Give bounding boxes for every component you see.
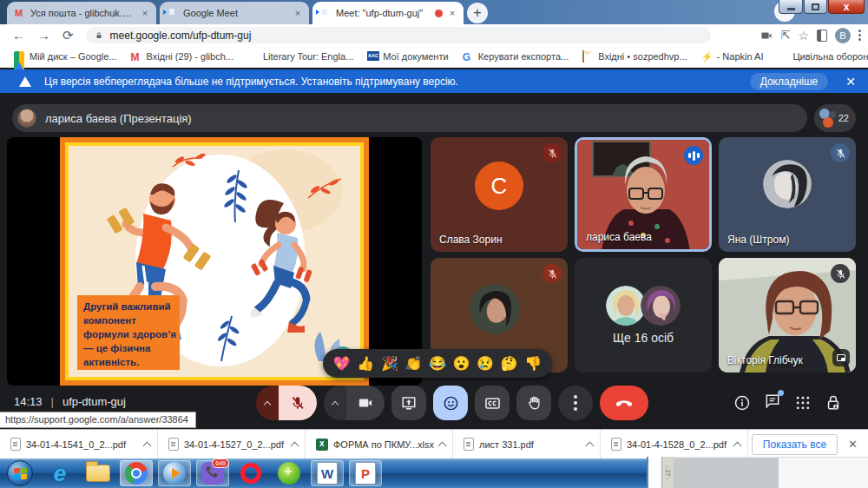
camera-toggle-button[interactable] [346, 386, 385, 420]
present-button[interactable] [391, 386, 426, 420]
people-icon [819, 109, 838, 128]
downloads-close-icon[interactable] [848, 438, 858, 451]
participant-name: Слава Зорин [439, 234, 503, 246]
meet-main: лариса баева (Презентація) 22 [0, 93, 868, 429]
taskbar-powerpoint[interactable] [349, 460, 382, 486]
bookmark-item[interactable]: - Napkin AI [701, 51, 764, 63]
tab-gmail[interactable]: M Уся пошта - glibchuk.viktoria@g [7, 2, 156, 24]
show-all-downloads-button[interactable]: Показать все [752, 434, 838, 455]
info-icon[interactable] [733, 394, 751, 412]
close-window-button[interactable] [828, 0, 865, 14]
mic-options-chevron[interactable] [256, 386, 279, 420]
gear-icon [247, 51, 259, 63]
download-item[interactable]: 34-01-4-1528_0_2...pdf [601, 430, 748, 459]
reaction-party[interactable]: 🎉 [381, 357, 398, 371]
tab-close-icon[interactable] [446, 7, 458, 19]
taskbar-opera[interactable] [234, 460, 267, 486]
taskbar-word[interactable] [311, 460, 344, 486]
reaction-surprised[interactable]: 😮 [453, 357, 470, 371]
new-tab-button[interactable] [467, 3, 488, 23]
bookmark-item[interactable]: КАСМої документи [367, 51, 448, 63]
url-input[interactable]: meet.google.com/ufp-dtum-guj [86, 27, 711, 43]
host-controls-icon[interactable] [825, 394, 842, 412]
bookmark-item[interactable]: Вхідні • sozpedhvp... [582, 51, 687, 63]
taskbar-chrome[interactable] [120, 460, 153, 486]
camera-permission-icon[interactable] [760, 30, 773, 42]
video-tile-slava[interactable]: С Слава Зорин [431, 137, 568, 252]
forward-icon[interactable]: → [37, 28, 50, 43]
download-item[interactable]: ФОРМА по ПКМУ...xlsx [306, 430, 453, 459]
mic-off-icon [542, 264, 562, 283]
reaction-thumbs-down[interactable]: 👎 [524, 357, 542, 371]
camera-options-chevron[interactable] [324, 386, 346, 420]
meet-right-controls [733, 392, 842, 413]
pip-icon[interactable] [832, 349, 850, 366]
minimize-button[interactable] [779, 0, 803, 14]
chevron-up-icon[interactable] [143, 441, 152, 450]
reaction-clap[interactable]: 👏 [404, 357, 422, 371]
media-player-icon [163, 462, 186, 485]
reaction-thinking[interactable]: 🤔 [501, 357, 518, 371]
captions-button[interactable] [475, 386, 510, 420]
slide: Другий важливий компонент формули здоров… [60, 137, 369, 386]
taskbar-ie[interactable] [43, 460, 76, 486]
bookmark-item[interactable]: MВхідні (29) - glibch... [131, 51, 233, 63]
reaction-thumbs-up[interactable]: 👍 [357, 357, 374, 371]
more-options-button[interactable] [558, 386, 593, 420]
tab-close-icon[interactable] [292, 7, 304, 19]
share-icon[interactable]: ⇱ [781, 29, 791, 42]
reaction-laugh[interactable]: 😂 [429, 357, 446, 371]
bookmark-star-icon[interactable]: ☆ [798, 29, 809, 43]
lock-icon [95, 30, 103, 41]
taskbar-media-player[interactable] [158, 460, 191, 486]
download-item[interactable]: 34-01-4-1541_0_2...pdf [0, 430, 158, 459]
download-item[interactable]: лист 331.pdf [453, 430, 601, 459]
raise-hand-button[interactable] [516, 386, 551, 420]
taskbar-explorer[interactable] [82, 460, 115, 486]
windows-orb-icon [7, 460, 33, 486]
tab-close-icon[interactable] [139, 7, 151, 19]
download-item[interactable]: 34-01-4-1527_0_2...pdf [158, 430, 306, 459]
learn-more-button[interactable]: Докладніше [750, 73, 829, 90]
bookmark-item[interactable]: Цивільна оборона... [777, 51, 868, 63]
video-tile-yana[interactable]: Яна (Штром) [719, 137, 856, 252]
start-button[interactable] [3, 460, 36, 486]
excel-file-icon [316, 439, 328, 451]
end-call-button[interactable] [600, 386, 648, 420]
gmail-icon: M [131, 51, 142, 63]
browser-menu-icon[interactable] [858, 30, 861, 41]
bookmark-item[interactable]: Literary Tour: Engla... [247, 51, 353, 63]
taskbar-antivirus[interactable] [273, 460, 306, 486]
participant-count[interactable]: 22 [814, 104, 856, 132]
taskbar-viber[interactable]: 649 [196, 460, 229, 486]
browser-unsupported-banner: Ця версія вебпереглядача більше не підтр… [0, 69, 868, 93]
mic-toggle-button[interactable] [279, 386, 317, 420]
chat-button[interactable] [764, 392, 781, 413]
chevron-up-icon[interactable] [438, 441, 447, 450]
side-panel-icon[interactable] [817, 30, 827, 42]
reaction-cry[interactable]: 😢 [477, 357, 494, 371]
reaction-heart[interactable]: 💖 [333, 357, 351, 371]
chevron-up-icon[interactable] [586, 441, 595, 450]
presenter-avatar [17, 109, 36, 128]
bookmark-item[interactable]: Мій диск – Google... [14, 51, 117, 63]
tab-google-meet[interactable]: Google Meet [160, 2, 309, 24]
maximize-button[interactable] [804, 0, 827, 14]
reload-icon[interactable]: ⟳ [62, 28, 74, 43]
video-tile-larysa[interactable]: лариса баева [575, 137, 712, 252]
banner-close-icon[interactable] [845, 75, 856, 89]
profile-avatar[interactable]: B [835, 28, 851, 43]
activities-grid-icon[interactable] [794, 394, 812, 412]
chevron-up-icon[interactable] [733, 441, 742, 450]
warning-icon [19, 76, 31, 87]
chevron-up-icon[interactable] [291, 441, 299, 450]
more-participants-label: Ще 16 осіб [575, 331, 712, 345]
reactions-button[interactable] [433, 386, 468, 420]
tile-more-participants[interactable]: Ще 16 осіб [575, 258, 712, 373]
bookmark-item[interactable]: GКерувати експорта... [463, 51, 569, 63]
internet-explorer-icon [54, 462, 66, 485]
tab-meet-active[interactable]: Meet: "ufp-dtum-guj" [312, 2, 464, 24]
video-tile-viktoria[interactable]: Вікторія Глібчук [719, 258, 856, 373]
back-icon[interactable]: ← [12, 28, 25, 43]
screen: M Уся пошта - glibchuk.viktoria@g Google… [0, 0, 868, 488]
